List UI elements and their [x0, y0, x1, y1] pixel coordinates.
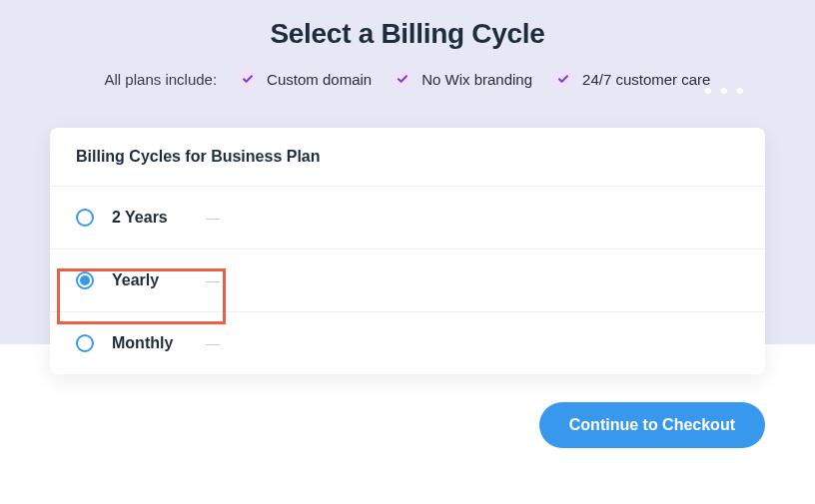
billing-card: Billing Cycles for Business Plan 2 Years…: [50, 128, 765, 374]
option-label: 2 Years: [112, 209, 182, 227]
option-2-years[interactable]: 2 Years —: [50, 187, 765, 250]
card-title: Billing Cycles for Business Plan: [50, 128, 765, 187]
feature-custom-domain: Custom domain: [237, 68, 372, 90]
radio-icon: [76, 271, 94, 289]
cta-row: Continue to Checkout: [50, 402, 765, 448]
feature-label: Custom domain: [267, 71, 372, 88]
continue-to-checkout-button[interactable]: Continue to Checkout: [539, 402, 765, 448]
option-detail-placeholder: —: [206, 210, 220, 226]
feature-customer-care: 24/7 customer care: [552, 68, 710, 90]
plan-features-row: All plans include: Custom domain No Wix …: [0, 68, 815, 90]
option-monthly[interactable]: Monthly —: [50, 312, 765, 374]
features-leadin: All plans include:: [105, 71, 218, 88]
check-icon: [237, 68, 259, 90]
radio-icon: [76, 334, 94, 352]
radio-icon: [76, 209, 94, 227]
feature-label: No Wix branding: [421, 71, 532, 88]
option-detail-placeholder: —: [206, 272, 220, 288]
page-title: Select a Billing Cycle: [0, 18, 815, 50]
option-label: Yearly: [112, 271, 182, 289]
feature-no-branding: No Wix branding: [392, 68, 532, 90]
option-yearly[interactable]: Yearly —: [50, 250, 765, 312]
feature-label: 24/7 customer care: [582, 71, 710, 88]
check-icon: [392, 68, 413, 90]
option-label: Monthly: [112, 334, 182, 352]
check-icon: [552, 68, 574, 90]
option-detail-placeholder: —: [206, 335, 220, 351]
